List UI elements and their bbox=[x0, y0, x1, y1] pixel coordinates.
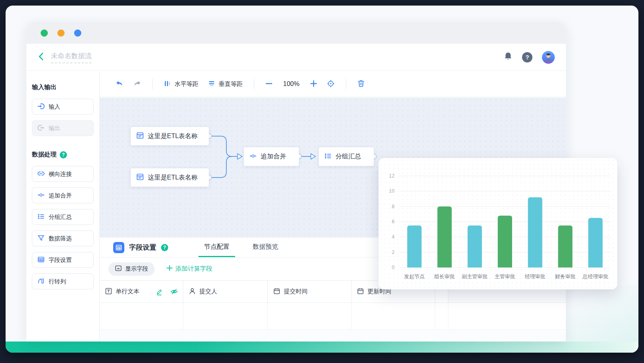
etl-table-icon bbox=[136, 173, 144, 182]
calendar-icon bbox=[273, 288, 280, 296]
link-icon bbox=[37, 170, 45, 178]
svg-text:主管审批: 主管审批 bbox=[495, 273, 515, 279]
svg-text:12: 12 bbox=[389, 173, 395, 179]
chart-card: 024681012发起节点组长审批副主管审批主管审批经理审批财务审批总经理审批 bbox=[379, 158, 617, 289]
fields-table: 单行文本 bbox=[100, 280, 566, 342]
panel-tabs: 节点配置 数据预览 bbox=[198, 238, 284, 257]
sidebar-item-group-summary[interactable]: 分组汇总 bbox=[32, 209, 94, 225]
traffic-light[interactable] bbox=[57, 29, 65, 37]
fields-icon bbox=[37, 256, 45, 264]
hide-field-icon[interactable] bbox=[170, 288, 178, 295]
process-help-icon[interactable]: ? bbox=[60, 151, 67, 158]
minus-icon bbox=[265, 80, 273, 88]
redo-icon bbox=[133, 80, 141, 88]
tab-data-preview[interactable]: 数据预览 bbox=[247, 238, 284, 257]
flow-title-input[interactable]: 未命名数据流 bbox=[51, 51, 92, 63]
bar-财务审批 bbox=[558, 226, 572, 267]
vertical-distribute-button[interactable]: 垂直等距 bbox=[208, 80, 243, 88]
group-icon bbox=[324, 152, 332, 161]
sidebar-item-field-settings[interactable]: 字段设置 bbox=[32, 252, 94, 268]
bar-发起节点 bbox=[407, 226, 422, 267]
add-calc-field-button[interactable]: 添加计算字段 bbox=[167, 265, 212, 273]
vertical-distribute-icon bbox=[208, 80, 215, 88]
group-icon bbox=[37, 213, 45, 221]
back-button[interactable] bbox=[37, 52, 45, 62]
edit-field-icon[interactable] bbox=[156, 288, 163, 295]
group-summary-node[interactable]: 分组汇总 bbox=[319, 147, 374, 166]
svg-text:经理审批: 经理审批 bbox=[525, 273, 546, 279]
sidebar-item-output[interactable]: 输出 bbox=[32, 120, 94, 136]
sidebar-item-pivot[interactable]: 行转列 bbox=[32, 273, 94, 289]
trash-icon bbox=[357, 80, 365, 88]
sidebar-item-input[interactable]: 输入 bbox=[32, 99, 94, 115]
plus-icon bbox=[310, 80, 317, 88]
bar-主管审批 bbox=[498, 216, 512, 267]
output-icon bbox=[37, 124, 45, 133]
table-row bbox=[100, 330, 566, 342]
toolbar-divider bbox=[254, 79, 254, 89]
traffic-light[interactable] bbox=[41, 29, 48, 37]
process-heading: 数据处理 ? bbox=[32, 150, 94, 159]
user-avatar[interactable] bbox=[542, 51, 555, 64]
undo-button[interactable] bbox=[116, 80, 124, 88]
fit-view-button[interactable] bbox=[327, 80, 335, 89]
merge-icon bbox=[249, 152, 257, 161]
user-icon bbox=[189, 288, 196, 296]
bottom-gradient-bar bbox=[6, 342, 638, 353]
tab-node-config[interactable]: 节点配置 bbox=[198, 238, 235, 257]
bell-icon[interactable] bbox=[504, 52, 512, 63]
outer-panel: 未命名数据流 ? 输入输出 bbox=[6, 6, 638, 353]
zoom-out-button[interactable] bbox=[265, 80, 273, 88]
show-fields-button[interactable]: 显示字段 bbox=[108, 262, 155, 276]
field-settings-icon bbox=[113, 242, 124, 253]
svg-text:副主管审批: 副主管审批 bbox=[462, 273, 488, 279]
svg-text:组长审批: 组长审批 bbox=[434, 273, 455, 279]
traffic-light[interactable] bbox=[74, 29, 81, 37]
chevron-left-icon bbox=[37, 52, 45, 62]
svg-text:4: 4 bbox=[392, 234, 395, 240]
etl-table-icon bbox=[136, 132, 144, 141]
table-row bbox=[100, 303, 566, 330]
svg-text:0: 0 bbox=[392, 265, 395, 270]
bar-副主管审批 bbox=[467, 226, 482, 267]
sidebar: 输入输出 输入 输出 数据处理 ? bbox=[26, 71, 100, 342]
zoom-in-button[interactable] bbox=[310, 80, 317, 88]
delete-button[interactable] bbox=[357, 80, 365, 88]
bar-组长审批 bbox=[438, 207, 452, 267]
window-titlebar bbox=[26, 22, 566, 44]
canvas-toolbar: 水平等距 垂直等距 100% bbox=[100, 71, 566, 97]
approval-bar-chart: 024681012发起节点组长审批副主管审批主管审批经理审批财务审批总经理审批 bbox=[379, 158, 617, 289]
horizontal-distribute-button[interactable]: 水平等距 bbox=[164, 80, 198, 88]
bar-经理审批 bbox=[528, 197, 542, 267]
help-icon[interactable]: ? bbox=[522, 52, 532, 62]
bar-总经理审批 bbox=[588, 218, 603, 267]
sidebar-item-append-merge[interactable]: 追加合并 bbox=[32, 187, 94, 203]
text-field-icon bbox=[105, 288, 112, 296]
redo-button[interactable] bbox=[133, 80, 141, 88]
column-header-text[interactable]: 单行文本 bbox=[100, 281, 183, 302]
io-heading: 输入输出 bbox=[32, 83, 94, 92]
horizontal-distribute-icon bbox=[164, 80, 171, 88]
column-header-submitter[interactable]: 提交人 bbox=[183, 281, 268, 302]
sidebar-item-filter[interactable]: 数据筛选 bbox=[32, 230, 94, 246]
panel-help-icon[interactable]: ? bbox=[161, 244, 168, 251]
merge-icon bbox=[37, 191, 45, 200]
toolbar-divider bbox=[152, 79, 153, 89]
panel-title: 字段设置 bbox=[129, 243, 156, 252]
append-merge-node[interactable]: 追加合并 bbox=[244, 147, 299, 166]
svg-text:8: 8 bbox=[392, 204, 395, 209]
undo-icon bbox=[116, 80, 124, 88]
zoom-level: 100% bbox=[282, 80, 300, 88]
input-icon bbox=[37, 103, 45, 111]
toolbar-divider bbox=[346, 79, 346, 89]
filter-icon bbox=[37, 234, 45, 243]
column-header-submit-time[interactable]: 提交时间 bbox=[268, 281, 351, 302]
svg-text:6: 6 bbox=[392, 219, 395, 224]
calendar-icon bbox=[357, 288, 364, 296]
svg-text:发起节点: 发起节点 bbox=[404, 273, 425, 279]
svg-text:总经理审批: 总经理审批 bbox=[582, 273, 609, 279]
sidebar-item-join[interactable]: 横向连接 bbox=[32, 166, 94, 182]
etl-table-node-1[interactable]: 这里是ETL表名称 bbox=[131, 127, 209, 145]
etl-table-node-2[interactable]: 这里是ETL表名称 bbox=[131, 168, 209, 187]
svg-text:财务审批: 财务审批 bbox=[555, 273, 575, 279]
